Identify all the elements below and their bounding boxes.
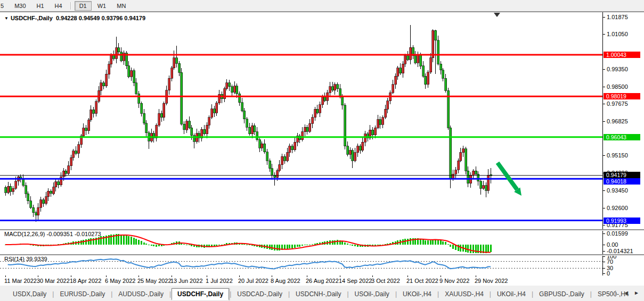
chart-title: ▼USDCHF-,Daily 0.94228 0.94549 0.93796 0…	[4, 15, 145, 21]
tab-separator: |	[395, 290, 397, 298]
axis-tick-mark	[603, 104, 605, 104]
date-tick-mark	[407, 275, 408, 277]
chart-window[interactable]: ▼USDCHF-,Daily 0.94228 0.94549 0.93796 0…	[0, 12, 644, 286]
tab-scroll-left-icon[interactable]: ◄	[621, 289, 631, 297]
tab-ukoil-h4[interactable]: UKOil-,H4	[397, 289, 437, 299]
axis-tick-mark	[603, 268, 605, 269]
date-tick-mark	[476, 275, 476, 277]
date-tick-label: 11 Mar 2022	[4, 278, 37, 284]
tab-usdx-daily[interactable]: USDX,Daily	[7, 289, 52, 299]
macd-tick-0.00: 0.00	[607, 241, 618, 248]
date-tick-mark	[106, 275, 107, 277]
chart-shift-marker-icon	[494, 13, 500, 17]
rsi-tick-70: 70	[607, 258, 613, 265]
pane-splitter-rsi[interactable]	[0, 254, 644, 256]
date-tick-label: 1 Jul 2022	[206, 278, 233, 284]
price-tick-0.97675: 0.97675	[607, 101, 628, 107]
price-tick-1.01050: 1.01050	[607, 31, 628, 37]
toolbar-separator	[70, 2, 71, 10]
tab-gbpusd-daily[interactable]: GBPUSD-,Daily	[534, 289, 590, 299]
axis-tick-mark	[603, 34, 605, 35]
mt4-terminal: 5M30H1H4D1W1MN ▼USDCHF-,Daily 0.94228 0.…	[0, 0, 644, 301]
date-tick-label: 13 Jun 2022	[170, 278, 203, 284]
date-tick-label: 14 Sep 2022	[339, 278, 372, 284]
timeframe-button-D1[interactable]: D1	[75, 1, 92, 11]
date-tick-label: 20 Jul 2022	[238, 278, 268, 284]
axis-tick-mark	[603, 273, 605, 274]
tab-scroll-buttons: | ◄ ►	[615, 289, 642, 297]
date-tick-mark	[172, 275, 172, 277]
date-tick-label: 30 Mar 2022	[37, 278, 70, 284]
date-tick-mark	[307, 275, 307, 277]
date-tick-label: 18 Apr 2022	[70, 278, 101, 284]
axis-tick-mark	[603, 225, 605, 225]
chart-ohlc-values: 0.94228 0.94549 0.93796 0.94179	[56, 15, 145, 21]
macd-indicator-label: MACD(12,26,9) -0.009351 -0.010273	[4, 231, 101, 237]
price-level-label-0.94018: 0.94018	[604, 178, 640, 185]
price-tick-0.99350: 0.99350	[607, 66, 628, 72]
tab-audusd-daily[interactable]: AUDUSD-,Daily	[113, 289, 169, 299]
date-tick-label: 9 Nov 2022	[439, 278, 469, 284]
tab-usoil-daily[interactable]: USOil-,Daily	[349, 289, 395, 299]
tab-xauusd-h4[interactable]: XAUUSD-,H4	[439, 289, 489, 299]
price-level-label-0.96043: 0.96043	[604, 134, 640, 140]
date-tick-mark	[5, 275, 6, 277]
date-tick-label: 3 Oct 2022	[371, 278, 400, 284]
chart-symbol-label: USDCHF-,Daily	[11, 15, 53, 21]
date-tick-mark	[38, 275, 38, 277]
rsi-line	[8, 259, 491, 269]
price-axis[interactable]: 1.018751.010500.993500.985000.976750.968…	[603, 12, 644, 286]
timeframe-button-M30[interactable]: M30	[10, 1, 30, 11]
price-tick-0.95150: 0.95150	[607, 152, 628, 158]
axis-tick-mark	[603, 17, 605, 18]
date-tick-label: 25 May 2022	[137, 278, 172, 284]
axis-tick-mark	[603, 155, 605, 156]
chart-tabbar: USDX,Daily|EURUSD-,Daily|AUDUSD-,Daily|U…	[0, 287, 644, 301]
tab-separator: |	[52, 290, 54, 298]
date-tick-label: 21 Oct 2022	[406, 278, 438, 284]
tab-usdcad-daily[interactable]: USDCAD-,Daily	[232, 289, 288, 299]
chart-canvas[interactable]	[0, 12, 644, 286]
rsi-indicator-label: RSI(14) 39.9339	[4, 256, 47, 262]
date-axis[interactable]: 11 Mar 202230 Mar 202218 Apr 20226 May 2…	[0, 275, 644, 286]
axis-tick-mark	[603, 262, 605, 262]
axis-tick-mark	[603, 121, 605, 122]
date-tick-label: 26 Aug 2022	[306, 278, 339, 284]
date-tick-label: 8 Aug 2022	[271, 278, 300, 284]
timeframe-button-H4[interactable]: H4	[50, 1, 67, 11]
tab-separator: |	[111, 290, 112, 298]
axis-tick-mark	[603, 251, 605, 252]
price-tick-0.96825: 0.96825	[607, 118, 628, 124]
tab-ukoil-h4[interactable]: UKOil-,H4	[492, 289, 531, 299]
chart-dropdown-icon[interactable]: ▼	[4, 16, 9, 21]
tab-scroll-right-icon[interactable]: ►	[631, 289, 642, 297]
tab-eurusd-daily[interactable]: EURUSD-,Daily	[54, 289, 110, 299]
price-level-label-1.00043: 1.00043	[604, 52, 640, 58]
date-tick-mark	[239, 275, 240, 277]
price-tick-1.01875: 1.01875	[607, 14, 628, 20]
trend-arrow-shaft[interactable]	[498, 163, 517, 190]
macd-tick-0.01599: 0.01599	[607, 230, 628, 237]
tab-separator: |	[437, 290, 439, 298]
axis-tick-mark	[603, 256, 605, 257]
price-tick-0.93450: 0.93450	[607, 187, 628, 194]
date-tick-mark	[138, 275, 139, 277]
timeframe-button-MN[interactable]: MN	[112, 1, 131, 11]
timeframe-button-5[interactable]: 5	[0, 1, 9, 11]
tab-separator: |	[490, 290, 491, 298]
timeframe-button-H1[interactable]: H1	[32, 1, 49, 11]
date-tick-label: 6 May 2022	[105, 278, 135, 284]
tab-usdchf-daily[interactable]: USDCHF-,Daily	[172, 288, 229, 300]
tab-usdcnh-daily[interactable]: USDCNH-,Daily	[290, 289, 346, 299]
date-tick-mark	[372, 275, 373, 277]
axis-tick-mark	[603, 245, 605, 245]
tab-separator: |	[532, 290, 533, 298]
timeframe-button-W1[interactable]: W1	[93, 1, 111, 11]
axis-tick-mark	[603, 69, 605, 70]
date-tick-mark	[272, 275, 272, 277]
tab-separator: |	[288, 290, 290, 298]
timeframe-toolbar: 5M30H1H4D1W1MN	[0, 0, 644, 12]
date-tick-mark	[441, 275, 441, 277]
axis-tick-mark	[603, 87, 605, 87]
axis-tick-mark	[603, 190, 605, 191]
